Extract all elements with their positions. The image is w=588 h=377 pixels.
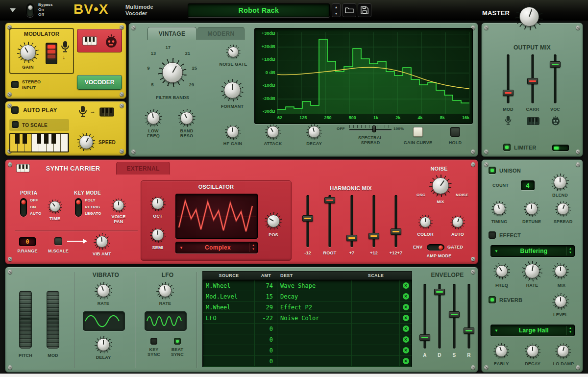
- matrix-row[interactable]: LFO-22Noise Color×: [203, 313, 412, 324]
- voice-pan-knob[interactable]: [111, 198, 126, 213]
- reverb-type-spinner[interactable]: ▲▼: [566, 326, 574, 335]
- piano-icon[interactable]: [82, 36, 97, 46]
- reverb-level-knob[interactable]: [552, 293, 569, 310]
- semi-knob[interactable]: [150, 227, 166, 243]
- matrix-row[interactable]: 0×: [203, 345, 412, 356]
- envelope-attack-slider[interactable]: [419, 283, 431, 350]
- matrix-row[interactable]: 0×: [203, 324, 412, 334]
- stereo-input-checkbox[interactable]: [11, 81, 19, 88]
- wave-spinner[interactable]: ▲▼: [249, 243, 257, 252]
- m-scale-button[interactable]: [54, 237, 62, 245]
- preset-browse-button[interactable]: [343, 3, 356, 17]
- remove-slot-icon[interactable]: ×: [403, 282, 409, 289]
- vocoder-level-slider[interactable]: [549, 53, 561, 104]
- remove-slot-icon[interactable]: ×: [403, 347, 409, 353]
- tab-vintage[interactable]: VINTAGE: [147, 27, 196, 40]
- spectral-spread-slider[interactable]: [349, 125, 392, 133]
- robot-icon[interactable]: [104, 34, 119, 49]
- attack-knob[interactable]: [265, 124, 281, 140]
- matrix-row[interactable]: 0×: [203, 334, 412, 345]
- band-reso-knob[interactable]: [178, 109, 196, 127]
- noise-auto-knob[interactable]: [450, 215, 465, 229]
- effect-rate-knob[interactable]: [522, 261, 542, 281]
- envelope-sustain-slider[interactable]: [448, 283, 460, 350]
- dropdown-arrow-icon[interactable]: ▼: [494, 328, 498, 333]
- tab-synth-carrier[interactable]: SYNTH CARRIER: [32, 162, 114, 175]
- spread-knob[interactable]: [555, 201, 571, 217]
- preset-save-button[interactable]: [358, 3, 371, 17]
- harmonic-slider-p7[interactable]: [346, 194, 358, 248]
- unison-checkbox[interactable]: [489, 167, 496, 174]
- preset-up-icon[interactable]: ▲: [335, 5, 338, 9]
- beat-sync-checkbox[interactable]: [174, 338, 181, 345]
- amp-mode-switch[interactable]: [427, 244, 444, 251]
- remove-slot-icon[interactable]: ×: [403, 336, 409, 343]
- reverb-checkbox[interactable]: [489, 296, 496, 303]
- pitch-wheel[interactable]: [19, 291, 32, 349]
- harmonic-slider-p12[interactable]: [368, 194, 380, 248]
- porta-switch[interactable]: [20, 198, 27, 217]
- envelope-release-slider[interactable]: [463, 283, 475, 350]
- formant-knob[interactable]: [221, 79, 244, 101]
- remove-slot-icon[interactable]: ×: [403, 304, 409, 310]
- key-mode-switch[interactable]: [75, 198, 82, 217]
- mod-wheel[interactable]: [47, 291, 59, 349]
- harmonic-slider-root[interactable]: [324, 194, 336, 248]
- decay-knob[interactable]: [306, 124, 322, 140]
- timing-knob[interactable]: [491, 201, 507, 217]
- dropdown-arrow-icon[interactable]: ▼: [179, 246, 183, 250]
- preset-down-icon[interactable]: ▼: [335, 12, 338, 15]
- filter-bands-knob[interactable]: [158, 58, 187, 87]
- lfo-rate-knob[interactable]: [156, 282, 174, 300]
- matrix-row[interactable]: 0×: [203, 356, 412, 367]
- master-knob[interactable]: [515, 3, 543, 30]
- menu-dropdown-icon[interactable]: [10, 8, 16, 12]
- vibrato-rate-knob[interactable]: [95, 282, 112, 300]
- remove-slot-icon[interactable]: ×: [403, 358, 409, 364]
- remove-slot-icon[interactable]: ×: [403, 315, 409, 321]
- matrix-row[interactable]: M.Wheel74Wave Shape×: [203, 280, 412, 291]
- tab-modern[interactable]: MODERN: [197, 27, 245, 40]
- effect-type-spinner[interactable]: ▲▼: [566, 247, 574, 255]
- limiter-checkbox[interactable]: [503, 144, 511, 151]
- hold-button[interactable]: [450, 127, 460, 137]
- noise-mix-knob[interactable]: [429, 175, 452, 197]
- key-sync-checkbox[interactable]: [150, 338, 157, 345]
- vocoder-button[interactable]: VOCODER: [77, 75, 122, 90]
- matrix-row[interactable]: Mod.Level15Decay×: [203, 291, 412, 302]
- dropdown-arrow-icon[interactable]: ▼: [494, 249, 498, 253]
- harmonic-slider-p12p7[interactable]: [390, 194, 402, 248]
- pos-knob[interactable]: [265, 212, 282, 230]
- preset-display[interactable]: Robot Rack: [188, 3, 330, 17]
- oct-knob[interactable]: [150, 196, 166, 211]
- pitch-range-display[interactable]: 0: [19, 237, 36, 246]
- harmonic-slider-m12[interactable]: [302, 194, 314, 248]
- envelope-decay-slider[interactable]: [434, 283, 445, 350]
- mod-level-slider[interactable]: [502, 53, 514, 104]
- reverb-lodamp-knob[interactable]: [555, 343, 571, 359]
- effect-freq-knob[interactable]: [493, 263, 510, 279]
- matrix-row[interactable]: M.Wheel29Effect P2×: [203, 302, 412, 313]
- effect-checkbox[interactable]: [489, 231, 496, 239]
- autoplay-checkbox[interactable]: [11, 106, 19, 114]
- vib-amt-knob[interactable]: [94, 233, 110, 250]
- remove-slot-icon[interactable]: ×: [403, 326, 409, 332]
- hf-gain-knob[interactable]: [225, 124, 241, 140]
- gain-curve-button[interactable]: [413, 127, 423, 137]
- noise-gate-knob[interactable]: [226, 45, 241, 59]
- noise-color-knob[interactable]: [418, 215, 433, 229]
- blend-knob[interactable]: [551, 174, 569, 191]
- wave-select-dropdown[interactable]: ▼ Complex ▲▼: [175, 242, 258, 253]
- low-freq-knob[interactable]: [145, 109, 162, 127]
- preset-spinner[interactable]: ▲ ▼: [332, 3, 341, 17]
- carrier-level-slider[interactable]: [527, 53, 539, 104]
- reverb-early-knob[interactable]: [493, 343, 509, 359]
- modulator-gain-knob[interactable]: [17, 42, 39, 63]
- porta-time-knob[interactable]: [48, 199, 62, 214]
- effect-type-dropdown[interactable]: ▼ Buffering ▲▼: [490, 245, 575, 257]
- to-scale-checkbox[interactable]: [12, 121, 19, 128]
- bypass-switch[interactable]: [26, 3, 34, 17]
- reverb-decay-knob[interactable]: [525, 343, 540, 359]
- speed-knob[interactable]: [77, 133, 96, 151]
- effect-mix-knob[interactable]: [552, 263, 569, 279]
